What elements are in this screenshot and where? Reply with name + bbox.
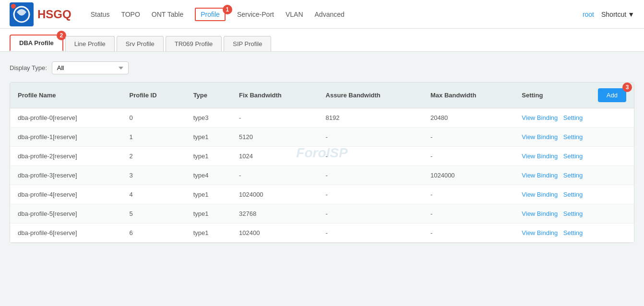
tab-tr069-profile[interactable]: TR069 Profile [166,36,222,51]
cell-max-bw: 20480 [423,108,514,128]
cell-actions: View Binding Setting [514,128,634,147]
table-header-row: Profile Name Profile ID Type Fix Bandwid… [10,82,634,108]
tabs-container: DBA Profile 2 Line Profile Srv Profile T… [0,29,644,52]
table-row: dba-profile-1[reserve] 1 type1 5120 - - … [10,128,634,147]
nav-right: root Shortcut ▼ [583,11,634,18]
cell-type: type1 [186,147,231,166]
nav-profile-wrapper: Profile 1 [195,11,226,18]
view-binding-link[interactable]: View Binding [522,191,558,198]
cell-type: type1 [186,224,231,243]
col-type: Type [186,82,231,108]
view-binding-link[interactable]: View Binding [522,210,558,217]
nav-shortcut[interactable]: Shortcut ▼ [601,11,634,18]
col-setting: Setting Add 3 [514,82,634,108]
setting-link[interactable]: Setting [563,210,583,217]
cell-profile-name: dba-profile-2[reserve] [10,147,122,166]
col-max-bandwidth: Max Bandwidth [423,82,514,108]
setting-link[interactable]: Setting [563,191,583,198]
nav-item-vlan[interactable]: VLAN [286,2,303,27]
view-binding-link[interactable]: View Binding [522,153,558,160]
cell-max-bw: - [423,224,514,243]
filter-label: Display Type: [10,64,47,71]
cell-actions: View Binding Setting [514,147,634,166]
col-profile-id: Profile ID [122,82,186,108]
nav-item-profile[interactable]: Profile [195,8,226,21]
cell-type: type1 [186,204,231,224]
display-type-select[interactable]: All type1 type2 type3 type4 [52,61,129,74]
nav-item-status[interactable]: Status [91,2,110,27]
setting-link[interactable]: Setting [563,229,583,236]
cell-profile-id: 4 [122,185,186,204]
cell-max-bw: - [423,204,514,224]
cell-max-bw: - [423,147,514,166]
cell-actions: View Binding Setting [514,166,634,185]
cell-type: type1 [186,185,231,204]
table-row: dba-profile-4[reserve] 4 type1 1024000 -… [10,185,634,204]
badge-2: 2 [57,31,66,40]
cell-fix-bw: - [231,108,318,128]
nav-item-ont-table[interactable]: ONT Table [152,2,183,27]
nav-user: root [583,11,594,18]
cell-profile-name: dba-profile-5[reserve] [10,204,122,224]
view-binding-link[interactable]: View Binding [522,133,558,141]
cell-fix-bw: 102400 [231,224,318,243]
table-row: dba-profile-0[reserve] 0 type3 - 8192 20… [10,108,634,128]
nav-item-topo[interactable]: TOPO [121,2,140,27]
tab-srv-profile[interactable]: Srv Profile [117,36,164,51]
cell-actions: View Binding Setting [514,108,634,128]
cell-fix-bw: 1024 [231,147,318,166]
table-row: dba-profile-5[reserve] 5 type1 32768 - -… [10,204,634,224]
header: HSGQ Status TOPO ONT Table Profile 1 Ser… [0,0,644,29]
setting-link[interactable]: Setting [563,153,583,160]
cell-profile-id: 6 [122,224,186,243]
cell-profile-name: dba-profile-6[reserve] [10,224,122,243]
setting-link[interactable]: Setting [563,133,583,141]
badge-3: 3 [622,82,632,92]
cell-actions: View Binding Setting [514,185,634,204]
tab-sip-profile[interactable]: SIP Profile [224,36,271,51]
cell-profile-name: dba-profile-0[reserve] [10,108,122,128]
cell-type: type3 [186,108,231,128]
view-binding-link[interactable]: View Binding [522,172,558,179]
cell-fix-bw: - [231,166,318,185]
cell-assure-bw: - [318,128,423,147]
tab-line-profile[interactable]: Line Profile [65,36,115,51]
cell-profile-id: 0 [122,108,186,128]
table-body: dba-profile-0[reserve] 0 type3 - 8192 20… [10,108,634,243]
cell-profile-id: 3 [122,166,186,185]
logo: HSGQ [10,2,72,26]
view-binding-link[interactable]: View Binding [522,229,558,236]
setting-link[interactable]: Setting [563,114,583,121]
table-row: dba-profile-2[reserve] 2 type1 1024 - - … [10,147,634,166]
nav-item-service-port[interactable]: Service-Port [237,2,274,27]
cell-profile-name: dba-profile-4[reserve] [10,185,122,204]
cell-type: type4 [186,166,231,185]
cell-actions: View Binding Setting [514,204,634,224]
cell-profile-id: 2 [122,147,186,166]
cell-profile-name: dba-profile-1[reserve] [10,128,122,147]
nav: Status TOPO ONT Table Profile 1 Service-… [91,2,634,27]
cell-actions: View Binding Setting [514,224,634,243]
view-binding-link[interactable]: View Binding [522,114,558,121]
cell-assure-bw: - [318,185,423,204]
cell-assure-bw: - [318,166,423,185]
cell-max-bw: - [423,128,514,147]
badge-1: 1 [223,5,232,14]
tab-dba-profile[interactable]: DBA Profile 2 [10,35,63,51]
table-row: dba-profile-6[reserve] 6 type1 102400 - … [10,224,634,243]
setting-link[interactable]: Setting [563,172,583,179]
cell-type: type1 [186,128,231,147]
logo-text: HSGQ [37,8,72,21]
cell-fix-bw: 32768 [231,204,318,224]
cell-profile-id: 1 [122,128,186,147]
logo-icon [10,2,34,26]
cell-assure-bw: - [318,204,423,224]
filter-row: Display Type: All type1 type2 type3 type… [10,61,634,74]
content: Display Type: All type1 type2 type3 type… [0,52,644,253]
nav-item-advanced[interactable]: Advanced [315,2,345,27]
add-button[interactable]: Add [598,88,626,102]
cell-max-bw: 1024000 [423,166,514,185]
table-row: dba-profile-3[reserve] 3 type4 - - 10240… [10,166,634,185]
cell-profile-name: dba-profile-3[reserve] [10,166,122,185]
profile-table: Profile Name Profile ID Type Fix Bandwid… [10,82,634,243]
